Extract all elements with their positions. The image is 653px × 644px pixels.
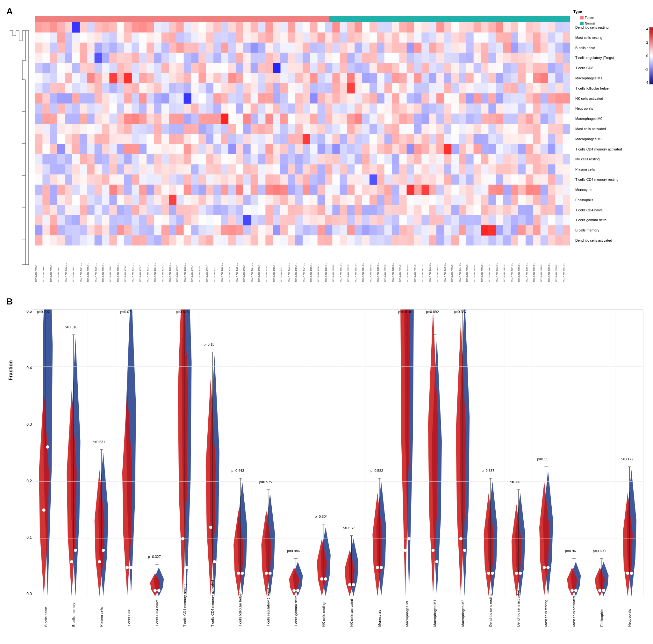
x-label: TCGA-AB-3001-11 (131, 247, 139, 282)
svg-rect-1038 (50, 164, 58, 175)
x-label: TCGA-AB-3013-11 (221, 247, 228, 282)
svg-rect-1580 (332, 235, 340, 246)
svg-rect-1072 (303, 164, 310, 175)
svg-rect-870 (407, 134, 414, 144)
svg-rect-1338 (139, 205, 147, 215)
svg-rect-28 (35, 22, 43, 32)
svg-rect-1089 (429, 164, 437, 175)
svg-rect-386 (555, 63, 563, 73)
svg-rect-187 (147, 43, 154, 53)
svg-rect-906 (139, 144, 147, 154)
svg-rect-429 (340, 73, 347, 83)
y-tick-0.1: 0.1 (26, 535, 32, 540)
svg-rect-634 (258, 104, 266, 114)
svg-rect-435 (385, 73, 392, 83)
svg-rect-1265 (131, 195, 139, 205)
svg-rect-32 (65, 22, 72, 32)
svg-rect-255 (117, 53, 124, 63)
svg-rect-256 (124, 53, 132, 63)
svg-rect-981 (162, 154, 169, 164)
svg-rect-1216 (303, 185, 310, 195)
svg-rect-674 (555, 104, 563, 114)
svg-rect-47 (176, 22, 184, 32)
svg-rect-1444 (392, 215, 400, 225)
x-label: TCGA-AB-2995-11 (87, 247, 94, 282)
svg-rect-1536 (540, 225, 548, 235)
svg-rect-959 (533, 144, 540, 154)
svg-rect-880 (481, 134, 489, 144)
svg-rect-957 (518, 144, 526, 154)
svg-rect-716 (332, 114, 340, 124)
x-label: TCGA-AB-3012-11 (213, 247, 221, 282)
svg-rect-1545 (72, 235, 80, 246)
svg-rect-1362 (318, 205, 325, 215)
svg-rect-39 (117, 22, 124, 32)
color-scale: 4 2 0 -2 -4 (645, 27, 653, 85)
svg-rect-73 (369, 22, 377, 32)
svg-rect-1500 (273, 225, 281, 235)
svg-rect-188 (154, 43, 162, 53)
svg-rect-259 (147, 53, 154, 63)
svg-rect-1516 (392, 225, 400, 235)
svg-rect-1275 (206, 195, 214, 205)
svg-rect-1269 (162, 195, 169, 205)
svg-rect-687 (117, 114, 124, 124)
svg-rect-751 (57, 124, 65, 134)
svg-rect-384 (540, 63, 548, 73)
svg-rect-317 (42, 63, 50, 73)
svg-rect-516 (451, 83, 459, 93)
svg-rect-1133 (221, 175, 228, 185)
svg-rect-1398 (50, 215, 58, 225)
svg-rect-1599 (474, 235, 481, 246)
svg-rect-1374 (407, 205, 414, 215)
svg-rect-1255 (57, 195, 65, 205)
svg-rect-158 (466, 32, 474, 43)
svg-rect-1565 (221, 235, 228, 246)
svg-rect-641 (310, 104, 318, 114)
svg-rect-1582 (347, 235, 355, 246)
svg-rect-1009 (369, 154, 377, 164)
svg-rect-928 (303, 144, 310, 154)
svg-rect-836 (154, 134, 162, 144)
svg-rect-1240 (481, 185, 489, 195)
svg-rect-1276 (213, 195, 221, 205)
row-label-20: T cells gamma delta (574, 215, 653, 225)
svg-rect-1474 (80, 225, 87, 235)
svg-rect-1284 (273, 195, 281, 205)
svg-rect-1018 (436, 154, 444, 164)
svg-rect-1478 (109, 225, 117, 235)
svg-rect-1122 (139, 175, 147, 185)
svg-rect-112 (124, 32, 132, 43)
row-label-13: T cells CD4 memory activated (574, 144, 653, 154)
svg-rect-1315 (503, 195, 511, 205)
x-label: TCGA-AB-3025-11 (310, 247, 317, 282)
svg-rect-141 (340, 32, 347, 43)
x-label: TCGA-AB-3007-11 (176, 247, 184, 282)
svg-rect-1085 (399, 164, 407, 175)
svg-rect-850 (258, 134, 266, 144)
svg-rect-993 (251, 154, 258, 164)
svg-rect-1461 (518, 215, 526, 225)
svg-rect-137 (310, 32, 318, 43)
svg-rect-214 (347, 43, 355, 53)
svg-rect-626 (198, 104, 206, 114)
svg-rect-227 (444, 43, 451, 53)
svg-rect-1031 (533, 154, 540, 164)
svg-rect-314 (555, 53, 563, 63)
svg-rect-780 (273, 124, 281, 134)
x-label: TCGA-AB-3026-11 (317, 247, 324, 282)
svg-rect-1245 (518, 185, 526, 195)
svg-rect-496 (303, 83, 310, 93)
svg-rect-1192 (124, 185, 132, 195)
svg-rect-821 (42, 134, 50, 144)
svg-rect-301 (459, 53, 466, 63)
svg-rect-321 (72, 63, 80, 73)
svg-rect-1021 (459, 154, 466, 164)
svg-rect-385 (548, 63, 556, 73)
svg-rect-198 (228, 43, 236, 53)
svg-rect-985 (191, 154, 199, 164)
svg-rect-1521 (429, 225, 437, 235)
svg-rect-1526 (466, 225, 474, 235)
svg-rect-1606 (526, 235, 533, 246)
row-label-9: Neutrophils (574, 104, 653, 114)
